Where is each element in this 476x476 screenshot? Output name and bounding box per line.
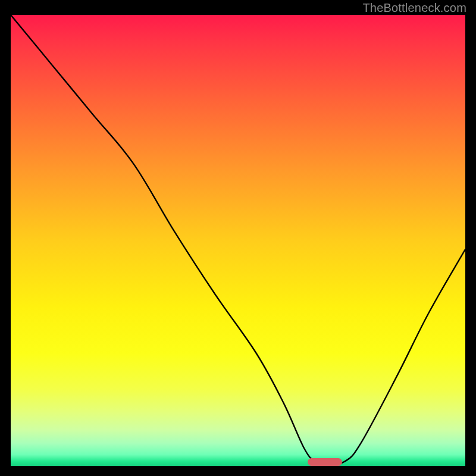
curve-path (11, 15, 465, 464)
optimal-marker-pill (308, 458, 342, 466)
chart-frame (11, 15, 465, 466)
bottleneck-curve (11, 15, 465, 466)
plot-area (11, 15, 465, 466)
watermark-text: TheBottleneck.com (362, 1, 466, 15)
